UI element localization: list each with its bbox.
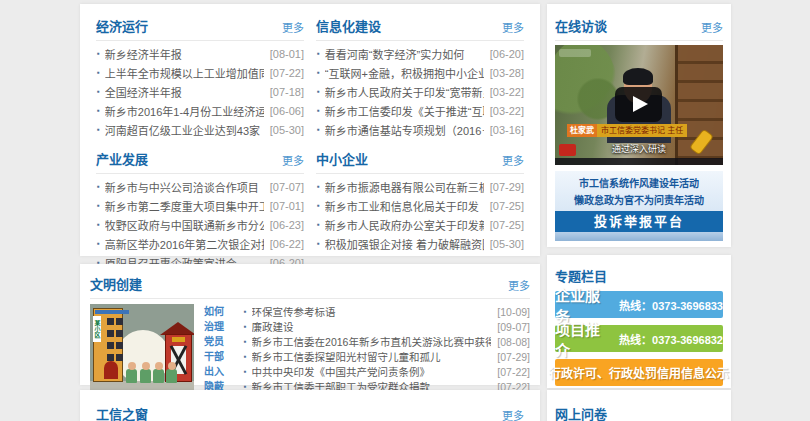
video-subtitle: 通过深入研读 bbox=[555, 142, 723, 155]
news-column-right: 信息化建设 更多 ▪ 看看河南“数字经济”实力如何 [06-20] ▪ “互联网… bbox=[310, 12, 530, 256]
bullet-icon: ▪ bbox=[317, 239, 320, 248]
section-title-industry: 产业发展 bbox=[96, 149, 148, 168]
bullet-icon: ▪ bbox=[244, 352, 247, 361]
featured-comic-image[interactable]: 某小区 bbox=[90, 304, 194, 390]
bullet-icon: ▪ bbox=[317, 68, 320, 77]
news-item[interactable]: ▪ 新乡市与中兴公司洽谈合作项目 [07-07] bbox=[96, 177, 304, 196]
section-title-civilization: 文明创建 bbox=[90, 274, 142, 293]
video-caption-bar: 杜家武 市工信委党委书记 主任 bbox=[567, 124, 687, 137]
complaint-banner-line1: 市工信系统作风建设年活动 bbox=[555, 175, 723, 192]
bullet-icon: ▪ bbox=[97, 68, 100, 77]
bullet-icon: ▪ bbox=[317, 49, 320, 58]
interviewee-name-badge: 杜家武 bbox=[567, 124, 597, 137]
comic-building-sign: 某小区 bbox=[93, 316, 101, 342]
more-link-gongxin[interactable]: 更多 bbox=[502, 407, 524, 421]
more-link-industry[interactable]: 更多 bbox=[282, 152, 304, 168]
bullet-icon: ▪ bbox=[97, 49, 100, 58]
news-item[interactable]: ▪ 新乡市工信委探望阳光村留守儿童和孤儿 [07-29] bbox=[243, 349, 530, 364]
bullet-icon: ▪ bbox=[317, 125, 320, 134]
more-link-informatization[interactable]: 更多 bbox=[502, 19, 524, 35]
comic-figure bbox=[126, 369, 137, 383]
section-title-survey: 网上问卷 bbox=[555, 404, 607, 421]
section-header-informatization: 信息化建设 更多 bbox=[316, 12, 524, 41]
bullet-icon: ▪ bbox=[317, 106, 320, 115]
bullet-icon: ▪ bbox=[317, 182, 320, 191]
bullet-icon: ▪ bbox=[244, 322, 247, 331]
news-list-sme: ▪ 新乡市振源电器有限公司在新三板成功挂牌 [07-29] ▪ 新乡市工业和信息… bbox=[316, 177, 524, 253]
news-item[interactable]: ▪ 新乡市人民政府关于印发“宽带新乡”行动计划 [03-22] bbox=[316, 82, 524, 101]
comic-door bbox=[104, 361, 118, 379]
section-title-economy: 经济运行 bbox=[96, 16, 148, 35]
news-item[interactable]: ▪ 河南超百亿级工业企业达到43家 [05-30] bbox=[96, 120, 304, 139]
section-title-gongxin: 工信之窗 bbox=[96, 404, 148, 421]
more-link-interview[interactable]: 更多 bbox=[701, 19, 723, 35]
interviewee-figure bbox=[623, 68, 653, 85]
comic-figure bbox=[140, 369, 151, 383]
news-item[interactable]: ▪ 牧野区政府与中国联通新乡市分公司达成战略合作共识 [06-23] bbox=[96, 215, 304, 234]
news-item[interactable]: ▪ 上半年全市规模以上工业增加值同比增长8.3% [07-22] bbox=[96, 63, 304, 82]
news-item[interactable]: ▪ 环保宣传参考标语 [10-09] bbox=[243, 304, 530, 319]
news-panel: 经济运行 更多 ▪ 新乡经济半年报 [08-01] ▪ 上半年全市规模以上工业增… bbox=[80, 4, 540, 256]
news-item[interactable]: ▪ 新乡市工信委印发《关于推进“互联网+制造业”的实 [03-22] bbox=[316, 101, 524, 120]
bullet-icon: ▪ bbox=[244, 307, 247, 316]
news-item[interactable]: ▪ 新乡市第二季度重大项目集中开工 [07-01] bbox=[96, 196, 304, 215]
complaint-platform-banner[interactable]: 市工信系统作风建设年活动 懒政怠政为官不为问责年活动 投诉举报平台 bbox=[555, 171, 723, 241]
news-item[interactable]: ▪ 新乡市工业和信息化局关于印发《2014年担保公司、小 [07-25] bbox=[316, 196, 524, 215]
section-title-special: 专题栏目 bbox=[555, 266, 607, 285]
credit-info-publicity-banner[interactable]: 行政许可、行政处罚信用信息公示 bbox=[555, 359, 723, 386]
news-item[interactable]: ▪ “互联网+金融，积极拥抱中小企业共赢2016新契 [03-28] bbox=[316, 63, 524, 82]
bullet-icon: ▪ bbox=[317, 220, 320, 229]
banner-hotline: 热线：0373-3696833 bbox=[619, 297, 723, 313]
tv-station-logo bbox=[559, 144, 576, 156]
section-header-sme: 中小企业 更多 bbox=[316, 145, 524, 174]
news-item[interactable]: ▪ 全国经济半年报 [07-18] bbox=[96, 82, 304, 101]
bullet-icon: ▪ bbox=[97, 220, 100, 229]
complaint-banner-text: 市工信系统作风建设年活动 懒政怠政为官不为问责年活动 bbox=[555, 171, 723, 209]
play-icon[interactable] bbox=[615, 87, 662, 122]
news-item[interactable]: ▪ 中共中央印发《中国共产党问责条例》 [07-22] bbox=[243, 364, 530, 379]
news-item[interactable]: ▪ 看看河南“数字经济”实力如何 [06-20] bbox=[316, 44, 524, 63]
enterprise-service-banner[interactable]: 企业服务 热线：0373-3696833 bbox=[555, 291, 723, 318]
section-header-gongxin: 工信之窗 更多 bbox=[96, 400, 524, 421]
news-item[interactable]: ▪ 新乡市通信基站专项规划（2016－2020）通过专家评 [03-16] bbox=[316, 120, 524, 139]
interview-panel: 在线访谈 更多 杜家武 市工信委党委书记 主任 通过深入研读 市工信系统作风建设… bbox=[547, 4, 731, 247]
project-promotion-banner[interactable]: 项目推介 热线：0373-3696832 bbox=[555, 325, 723, 352]
online-survey-panel: 网上问卷 bbox=[547, 390, 731, 421]
section-header-survey: 网上问卷 bbox=[555, 400, 723, 421]
comic-plaque bbox=[172, 337, 185, 342]
more-link-civilization[interactable]: 更多 bbox=[508, 277, 530, 293]
news-item[interactable]: ▪ 新乡市2016年1-4月份工业经济运行情况 [06-06] bbox=[96, 101, 304, 120]
section-title-interview: 在线访谈 bbox=[555, 16, 607, 35]
complaint-platform-button[interactable]: 投诉举报平台 bbox=[555, 211, 723, 232]
news-column-left: 经济运行 更多 ▪ 新乡经济半年报 [08-01] ▪ 上半年全市规模以上工业增… bbox=[90, 12, 310, 256]
news-item[interactable]: ▪ 新乡市人民政府办公室关于印发新乡市小额贷款公司风 [07-25] bbox=[316, 215, 524, 234]
news-item[interactable]: ▪ 廉政建设 [09-07] bbox=[243, 319, 530, 334]
more-link-economy[interactable]: 更多 bbox=[282, 19, 304, 35]
comic-roof bbox=[95, 310, 129, 314]
comic-figure bbox=[166, 369, 177, 383]
news-item[interactable]: ▪ 新乡市振源电器有限公司在新三板成功挂牌 [07-29] bbox=[316, 177, 524, 196]
bullet-icon: ▪ bbox=[97, 87, 100, 96]
special-columns-panel: 专题栏目 企业服务 热线：0373-3696833 项目推介 热线：0373-3… bbox=[547, 255, 731, 388]
section-header-industry: 产业发展 更多 bbox=[96, 145, 304, 174]
interview-video-thumbnail[interactable]: 杜家武 市工信委党委书记 主任 通过深入研读 bbox=[555, 45, 723, 165]
tv-watermark bbox=[559, 49, 591, 57]
bullet-icon: ▪ bbox=[317, 201, 320, 210]
bullet-icon: ▪ bbox=[244, 337, 247, 346]
banner-label: 项目推介 bbox=[555, 318, 612, 360]
bullet-icon: ▪ bbox=[244, 367, 247, 376]
news-item[interactable]: ▪ 新乡经济半年报 [08-01] bbox=[96, 44, 304, 63]
news-item[interactable]: ▪ 积极加强银企对接 着力破解融资困难 [05-30] bbox=[316, 234, 524, 253]
comic-windows bbox=[107, 318, 114, 362]
bullet-icon: ▪ bbox=[317, 87, 320, 96]
news-item[interactable]: ▪ 高新区举办2016年第二次银企对接暨新三板培训会 [06-22] bbox=[96, 234, 304, 253]
interviewee-role-caption: 市工信委党委书记 主任 bbox=[597, 124, 687, 137]
news-item[interactable]: ▪ 新乡市工信委在2016年新乡市直机关游泳比赛中获得好 [08-08] bbox=[243, 334, 530, 349]
news-list-economy: ▪ 新乡经济半年报 [08-01] ▪ 上半年全市规模以上工业增加值同比增长8.… bbox=[96, 44, 304, 139]
more-link-sme[interactable]: 更多 bbox=[502, 152, 524, 168]
bullet-icon: ▪ bbox=[97, 106, 100, 115]
bullet-icon: ▪ bbox=[97, 125, 100, 134]
comic-windows bbox=[116, 318, 123, 362]
complaint-banner-line2: 懒政怠政为官不为问责年活动 bbox=[555, 192, 723, 209]
section-title-informatization: 信息化建设 bbox=[316, 16, 381, 35]
